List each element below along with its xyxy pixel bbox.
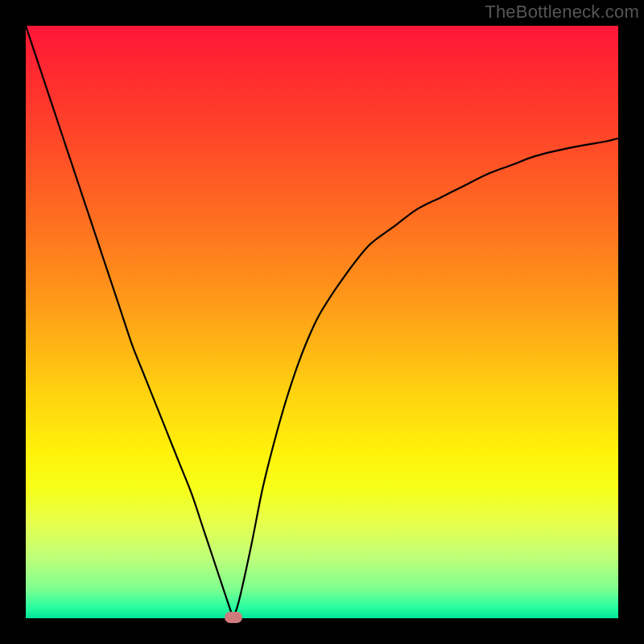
bottleneck-curve — [26, 26, 618, 618]
plot-area — [26, 26, 618, 618]
cusp-marker — [225, 612, 242, 623]
watermark-text: TheBottleneck.com — [485, 2, 639, 23]
curve-path — [26, 26, 618, 618]
chart-canvas: TheBottleneck.com — [0, 0, 644, 644]
